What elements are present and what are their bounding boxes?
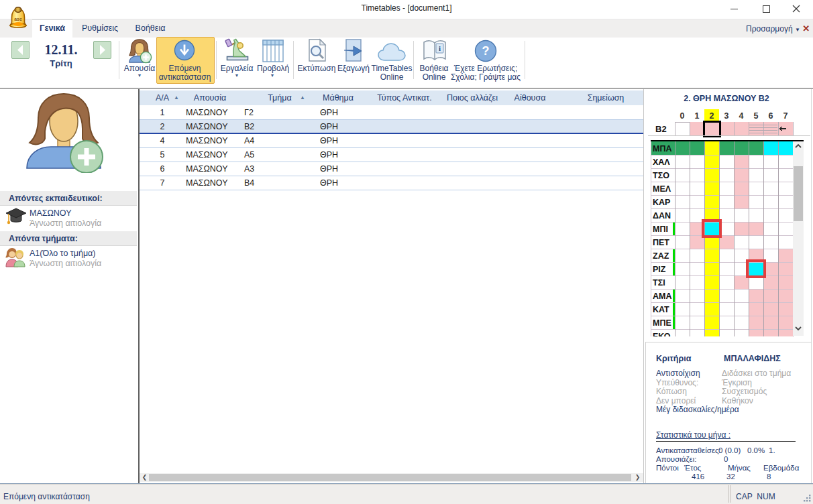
svg-text:ΚΑΡ: ΚΑΡ xyxy=(653,198,670,207)
svg-text:ΡΙΖ: ΡΙΖ xyxy=(653,265,666,274)
svg-text:ΔΑΝ: ΔΑΝ xyxy=(653,211,671,220)
svg-text:ΜΠΑ: ΜΠΑ xyxy=(653,144,671,153)
svg-text:6: 6 xyxy=(769,111,773,121)
svg-text:ΑΜΑ: ΑΜΑ xyxy=(653,292,671,301)
svg-text:ΖΑΖ: ΖΑΖ xyxy=(653,251,669,261)
svg-text:0: 0 xyxy=(680,111,685,121)
svg-text:ΤΣΙ: ΤΣΙ xyxy=(653,278,665,288)
svg-text:ΕΚΟ: ΕΚΟ xyxy=(653,332,671,336)
svg-text:ΤΣΟ: ΤΣΟ xyxy=(653,171,669,180)
svg-text:1: 1 xyxy=(695,111,700,121)
svg-text:i: i xyxy=(439,44,441,52)
svg-text:asc: asc xyxy=(14,17,22,21)
svg-text:Β2: Β2 xyxy=(655,124,667,134)
svg-text:3: 3 xyxy=(724,111,729,121)
svg-text:4: 4 xyxy=(739,111,744,121)
svg-text:ΚΑΤ: ΚΑΤ xyxy=(653,305,669,314)
svg-text:ΜΠΕ: ΜΠΕ xyxy=(653,318,671,328)
svg-text:ΜΕΛ: ΜΕΛ xyxy=(653,184,671,194)
svg-text:7: 7 xyxy=(783,111,788,121)
svg-text:ΜΠΙ: ΜΠΙ xyxy=(653,225,668,234)
svg-text:5: 5 xyxy=(754,111,759,121)
svg-text:2: 2 xyxy=(710,111,714,121)
svg-text:ΧΑΛ: ΧΑΛ xyxy=(653,158,670,167)
svg-text:?: ? xyxy=(482,44,490,58)
svg-text:ΠΕΤ: ΠΕΤ xyxy=(653,238,669,247)
